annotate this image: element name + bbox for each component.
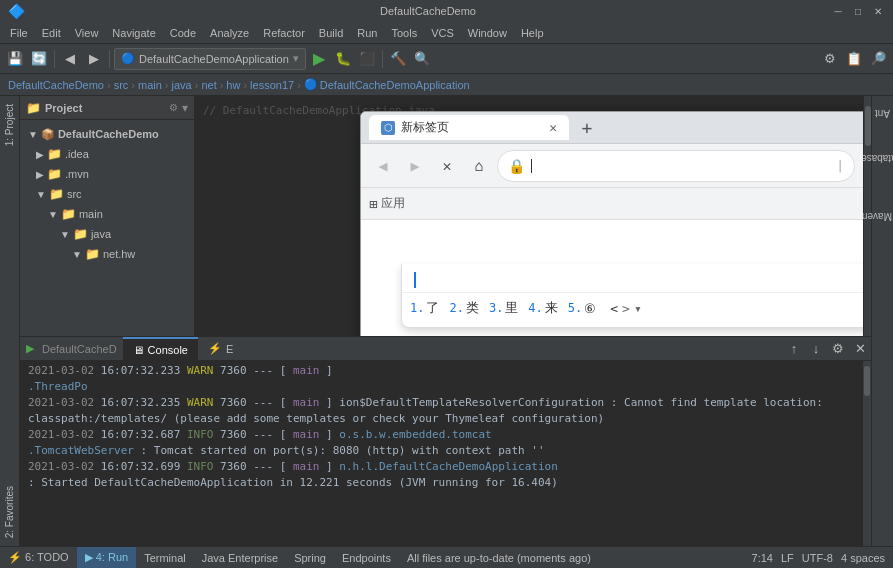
- tree-idea-collapse: ▶: [36, 149, 44, 160]
- endpoints-button[interactable]: Endpoints: [334, 547, 399, 569]
- project-settings-icon[interactable]: ⚙: [169, 102, 178, 113]
- browser-back-button[interactable]: ◀: [369, 152, 397, 180]
- save-all-button[interactable]: 💾: [4, 48, 26, 70]
- project-tab[interactable]: 1: Project: [0, 96, 19, 154]
- title-bar-title: DefaultCacheDemo: [25, 5, 831, 17]
- menu-refactor[interactable]: Refactor: [257, 25, 311, 41]
- browser-tab[interactable]: ⬡ 新标签页 ✕: [369, 115, 569, 140]
- tree-main-collapse: ▼: [48, 209, 58, 220]
- close-button[interactable]: ✕: [871, 4, 885, 18]
- suggestion-1[interactable]: 1. 了: [410, 299, 445, 317]
- tree-src[interactable]: ▼ 📁 src: [20, 184, 194, 204]
- breadcrumb-src[interactable]: src: [114, 79, 129, 91]
- browser-address-bar[interactable]: 🔒 |: [497, 150, 855, 182]
- code-area[interactable]: // DefaultCacheDemoApplication.java ⬡ 新标…: [195, 96, 863, 336]
- tree-java-collapse: ▼: [60, 229, 70, 240]
- bottom-settings-button[interactable]: ⚙: [827, 338, 849, 360]
- ant-tab[interactable]: Ant: [867, 101, 893, 122]
- toolbar-sep-1: [54, 50, 55, 68]
- menu-view[interactable]: View: [69, 25, 105, 41]
- breadcrumb-java[interactable]: java: [172, 79, 192, 91]
- breadcrumb-main[interactable]: main: [138, 79, 162, 91]
- settings-button[interactable]: ⚙: [819, 48, 841, 70]
- browser-stop-button[interactable]: ✕: [433, 152, 461, 180]
- browser-tab-close-button[interactable]: ✕: [549, 120, 557, 135]
- favorites-tab[interactable]: 2: Favorites: [0, 478, 19, 546]
- tree-nethw[interactable]: ▼ 📁 net.hw: [20, 244, 194, 264]
- run-status-button[interactable]: ▶ 4: Run: [77, 547, 136, 569]
- indent-setting[interactable]: 4 spaces: [841, 552, 885, 564]
- main-content-row: 1: Project 2: Favorites 📁 Project ⚙ ▾: [0, 96, 893, 546]
- back-button[interactable]: ◀: [59, 48, 81, 70]
- new-tab-button[interactable]: +: [573, 116, 601, 140]
- menu-vcs[interactable]: VCS: [425, 25, 460, 41]
- up-scroll-button[interactable]: ↑: [783, 338, 805, 360]
- layout-button[interactable]: 📋: [843, 48, 865, 70]
- find-button[interactable]: 🔎: [867, 48, 889, 70]
- maximize-button[interactable]: □: [851, 4, 865, 18]
- menu-code[interactable]: Code: [164, 25, 202, 41]
- run-tab-label: DefaultCacheD: [42, 343, 117, 355]
- build-button[interactable]: 🔨: [387, 48, 409, 70]
- debug-button[interactable]: 🐛: [332, 48, 354, 70]
- forward-button[interactable]: ▶: [83, 48, 105, 70]
- line-ending[interactable]: LF: [781, 552, 794, 564]
- search-button[interactable]: 🔍: [411, 48, 433, 70]
- toolbar: 💾 🔄 ◀ ▶ 🔵 DefaultCacheDemoApplication ▾ …: [0, 44, 893, 74]
- run-button[interactable]: ▶: [308, 48, 330, 70]
- terminal-button[interactable]: Terminal: [136, 547, 194, 569]
- event-tab[interactable]: ⚡ E: [198, 337, 243, 361]
- browser-forward-button[interactable]: ▶: [401, 152, 429, 180]
- menu-help[interactable]: Help: [515, 25, 550, 41]
- suggestion-expand[interactable]: ▾: [634, 301, 642, 316]
- tree-java[interactable]: ▼ 📁 java: [20, 224, 194, 244]
- menu-window[interactable]: Window: [462, 25, 513, 41]
- cursor-position[interactable]: 7:14: [752, 552, 773, 564]
- console-line-4: classpath:/templates/ (please add some t…: [28, 411, 863, 427]
- suggestion-3[interactable]: 3. 里: [489, 299, 524, 317]
- encoding[interactable]: UTF-8: [802, 552, 833, 564]
- suggestion-2[interactable]: 2. 类: [449, 299, 484, 317]
- spring-button[interactable]: Spring: [286, 547, 334, 569]
- tree-main[interactable]: ▼ 📁 main: [20, 204, 194, 224]
- breadcrumb-defaultcachedemo[interactable]: DefaultCacheDemo: [8, 79, 104, 91]
- menu-edit[interactable]: Edit: [36, 25, 67, 41]
- console-tab[interactable]: 🖥 Console: [123, 337, 198, 361]
- todo-status-button[interactable]: ⚡ 6: TODO: [0, 547, 77, 569]
- suggestion-nav-left[interactable]: <: [610, 301, 618, 316]
- console-scrollbar-track[interactable]: [863, 361, 871, 546]
- suggestion-4[interactable]: 4. 来: [528, 299, 563, 317]
- tree-mvn[interactable]: ▶ 📁 .mvn: [20, 164, 194, 184]
- menu-file[interactable]: File: [4, 25, 34, 41]
- autocomplete-input[interactable]: [402, 268, 863, 293]
- menu-tools[interactable]: Tools: [385, 25, 423, 41]
- console-line-2: .ThreadPo: [28, 379, 863, 395]
- bookmarks-apps-label[interactable]: 应用: [381, 195, 405, 212]
- sync-button[interactable]: 🔄: [28, 48, 50, 70]
- breadcrumb-classname[interactable]: DefaultCacheDemoApplication: [320, 79, 470, 91]
- console-scrollbar-thumb[interactable]: [864, 366, 870, 396]
- minimize-button[interactable]: ─: [831, 4, 845, 18]
- breadcrumb-lesson17[interactable]: lesson17: [250, 79, 294, 91]
- breadcrumb-net[interactable]: net: [201, 79, 216, 91]
- menu-run[interactable]: Run: [351, 25, 383, 41]
- run-config-dropdown[interactable]: 🔵 DefaultCacheDemoApplication ▾: [114, 48, 306, 70]
- tree-idea[interactable]: ▶ 📁 .idea: [20, 144, 194, 164]
- breadcrumb-hw[interactable]: hw: [226, 79, 240, 91]
- down-scroll-button[interactable]: ↓: [805, 338, 827, 360]
- stop-button[interactable]: ⬛: [356, 48, 378, 70]
- suggestion-nav-right[interactable]: >: [622, 301, 630, 316]
- console-output[interactable]: 2021-03-02 16:07:32.233 WARN 7360 --- [ …: [20, 361, 871, 546]
- suggestion-5[interactable]: 5. ⑥: [568, 301, 602, 316]
- ide-window: 🔷 DefaultCacheDemo ─ □ ✕ File Edit View …: [0, 0, 893, 568]
- java-enterprise-button[interactable]: Java Enterprise: [194, 547, 286, 569]
- tree-root[interactable]: ▼ 📦 DefaultCacheDemo: [20, 124, 194, 144]
- project-layout-icon[interactable]: ▾: [182, 101, 188, 115]
- menu-navigate[interactable]: Navigate: [106, 25, 161, 41]
- menu-build[interactable]: Build: [313, 25, 349, 41]
- address-cursor: [531, 158, 532, 174]
- menu-analyze[interactable]: Analyze: [204, 25, 255, 41]
- browser-home-button[interactable]: ⌂: [465, 152, 493, 180]
- bottom-close-button[interactable]: ✕: [849, 338, 871, 360]
- project-tree: ▼ 📦 DefaultCacheDemo ▶ 📁 .idea ▶: [20, 120, 194, 336]
